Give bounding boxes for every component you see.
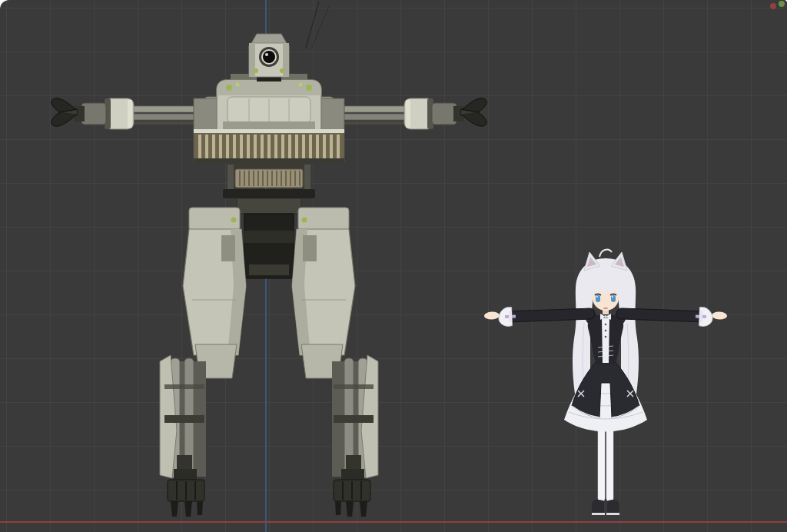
viewport-canvas: [0, 0, 787, 532]
robot-green-light: [306, 85, 312, 91]
camera-lens-icon: [263, 51, 275, 63]
character-shoes: [592, 500, 619, 515]
character-right-hand: [712, 311, 727, 320]
character-bodice: [586, 312, 626, 364]
character-left-hand: [484, 311, 500, 320]
robot-torso: [194, 74, 344, 163]
robot-abdomen: [223, 161, 315, 214]
robot-left-claw: [51, 98, 77, 126]
robot-head: [249, 34, 289, 81]
robot-left-leg: [160, 229, 246, 517]
robot-right-leg: [292, 229, 378, 517]
robot-right-claw: [461, 98, 486, 126]
corner-indicator: [770, 1, 785, 9]
character-legs: [598, 427, 613, 501]
character-eye-right: [611, 295, 616, 302]
character-face: [592, 272, 619, 311]
anime-character-model[interactable]: [484, 250, 728, 515]
3d-viewport[interactable]: [0, 0, 787, 532]
mech-robot-model[interactable]: [51, 2, 486, 517]
robot-green-light: [226, 85, 232, 91]
robot-antenna: [306, 2, 329, 49]
character-eye-left: [596, 295, 600, 302]
